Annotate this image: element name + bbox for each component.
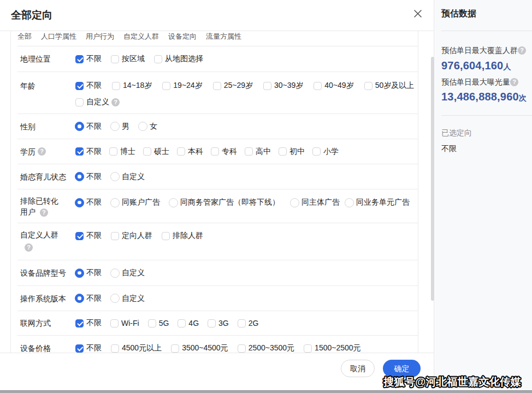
- svg-text:搜狐号@河北福世嘉文化传媒: 搜狐号@河北福世嘉文化传媒: [383, 376, 521, 388]
